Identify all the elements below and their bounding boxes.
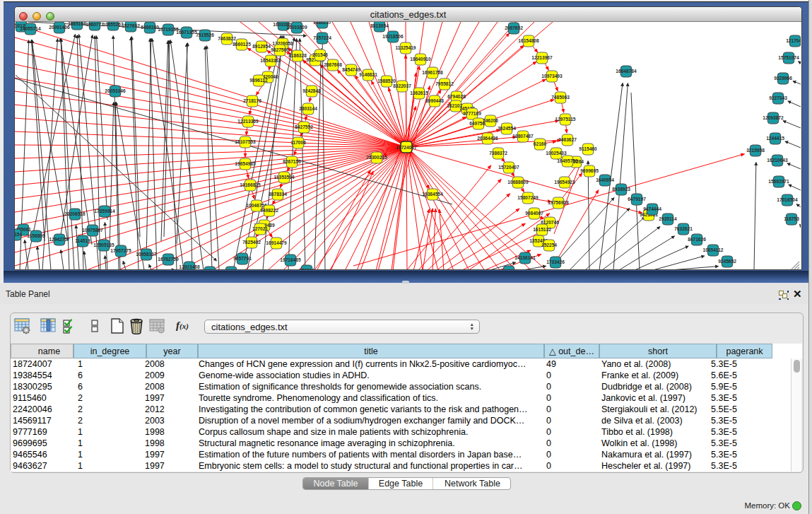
svg-text:8186328: 8186328 [288, 53, 307, 58]
svg-text:16782759: 16782759 [158, 257, 179, 262]
svg-text:12505135: 12505135 [93, 243, 114, 247]
svg-text:8471626: 8471626 [688, 237, 706, 242]
svg-text:7485063: 7485063 [551, 95, 570, 100]
svg-text:8454749: 8454749 [342, 67, 360, 72]
svg-text:16495759: 16495759 [557, 158, 578, 163]
svg-text:19218506: 19218506 [382, 34, 404, 39]
svg-text:18640910: 18640910 [410, 57, 431, 62]
svg-text:9827500: 9827500 [271, 47, 289, 52]
svg-text:19654923: 19654923 [554, 180, 575, 185]
svg-text:16648784: 16648784 [616, 69, 637, 74]
svg-text:7955812: 7955812 [435, 81, 454, 86]
svg-text:117006: 117006 [290, 140, 306, 145]
svg-text:20206516: 20206516 [64, 211, 86, 216]
svg-text:9463627: 9463627 [558, 137, 577, 142]
svg-text:1865166: 1865166 [68, 22, 86, 26]
svg-text:9657791: 9657791 [233, 256, 252, 261]
svg-text:12942757: 12942757 [49, 237, 70, 242]
svg-text:17016504: 17016504 [777, 197, 798, 202]
svg-text:19716485: 19716485 [280, 257, 301, 262]
svg-text:8322037: 8322037 [393, 83, 411, 88]
svg-text:6479197: 6479197 [628, 197, 646, 201]
svg-text:83321: 83321 [502, 269, 516, 269]
svg-text:1960771: 1960771 [86, 22, 104, 27]
svg-text:7515526: 7515526 [196, 33, 214, 37]
svg-text:7463822: 7463822 [218, 36, 236, 41]
svg-text:7386372: 7386372 [489, 151, 507, 156]
svg-text:746206: 746206 [483, 118, 498, 123]
svg-text:201546: 201546 [312, 52, 328, 57]
svg-text:19384554: 19384554 [422, 192, 443, 197]
svg-text:7625402: 7625402 [242, 240, 261, 245]
svg-text:2867608: 2867608 [324, 62, 342, 67]
svg-text:9699695: 9699695 [580, 168, 599, 173]
svg-text:10973493: 10973493 [541, 74, 563, 78]
svg-text:15807249: 15807249 [517, 195, 539, 200]
svg-text:1615132: 1615132 [533, 227, 551, 232]
svg-text:8878334: 8878334 [269, 192, 287, 197]
svg-text:19654985: 19654985 [235, 161, 256, 166]
svg-text:1156809: 1156809 [27, 233, 45, 238]
svg-text:127021: 127021 [252, 226, 268, 231]
svg-text:20091406: 20091406 [49, 25, 70, 30]
svg-text:19756928: 19756928 [548, 200, 569, 205]
svg-text:1733426: 1733426 [546, 259, 565, 264]
svg-text:18724007: 18724007 [396, 145, 417, 150]
svg-text:252254: 252254 [541, 243, 557, 247]
svg-text:9498222: 9498222 [260, 208, 278, 213]
svg-text:1640954: 1640954 [596, 177, 614, 182]
svg-text:6794028: 6794028 [447, 94, 466, 99]
svg-text:9084067: 9084067 [525, 211, 543, 216]
svg-text:16033809: 16033809 [286, 25, 307, 30]
svg-text:6466160: 6466160 [141, 25, 159, 30]
svg-text:8912954: 8912954 [252, 44, 271, 49]
svg-text:16961758: 16961758 [422, 70, 443, 75]
svg-text:12093872: 12093872 [763, 115, 784, 120]
svg-text:2803144: 2803144 [299, 106, 317, 111]
svg-text:19166825: 19166825 [240, 182, 261, 187]
svg-text:3215958: 3215958 [746, 148, 765, 153]
svg-text:12213967: 12213967 [531, 55, 553, 60]
svg-text:15720407: 15720407 [498, 165, 519, 170]
svg-text:1217045: 1217045 [786, 38, 801, 43]
svg-text:9115460: 9115460 [579, 146, 597, 151]
svg-text:2935114: 2935114 [659, 216, 677, 221]
svg-text:672011: 672011 [299, 268, 314, 269]
svg-text:62160: 62160 [534, 141, 547, 146]
svg-text:114519: 114519 [75, 238, 90, 243]
svg-text:10975867: 10975867 [82, 228, 103, 233]
svg-text:20364436: 20364436 [477, 136, 498, 141]
svg-text:16914479: 16914479 [266, 240, 287, 245]
svg-text:9146821: 9146821 [359, 72, 377, 77]
svg-text:8813054: 8813054 [370, 23, 389, 28]
svg-text:9245652: 9245652 [718, 259, 736, 264]
svg-text:10958107: 10958107 [136, 252, 157, 257]
svg-text:2087652: 2087652 [505, 25, 523, 30]
svg-text:16543362: 16543362 [260, 58, 281, 63]
svg-text:7357224: 7357224 [313, 35, 331, 40]
svg-text:12213369: 12213369 [237, 119, 259, 124]
svg-text:17957275: 17957275 [110, 248, 131, 253]
svg-text:16671355: 16671355 [176, 30, 197, 35]
svg-text:9474444: 9474444 [643, 206, 661, 211]
svg-text:8938923: 8938923 [612, 187, 630, 192]
svg-text:14055714: 14055714 [20, 26, 41, 31]
svg-text:9242848: 9242848 [302, 88, 321, 93]
svg-text:16210643: 16210643 [767, 158, 788, 163]
svg-text:11353594: 11353594 [274, 175, 295, 180]
svg-text:8427552: 8427552 [295, 124, 313, 129]
svg-text:9227343: 9227343 [769, 95, 787, 100]
svg-text:1244415: 1244415 [766, 136, 784, 141]
svg-text:10688609: 10688609 [507, 180, 529, 185]
svg-text:17359914: 17359914 [94, 209, 115, 214]
svg-text:1588520: 1588520 [377, 78, 396, 83]
svg-text:7632621: 7632621 [674, 226, 693, 231]
svg-text:20053346: 20053346 [105, 88, 126, 93]
svg-text:8990448: 8990448 [425, 98, 444, 103]
svg-text:16154808: 16154808 [518, 38, 539, 43]
svg-text:116753: 116753 [784, 216, 799, 221]
svg-text:9896112: 9896112 [249, 78, 268, 83]
svg-text:12923468: 12923468 [179, 264, 200, 269]
svg-text:8660125: 8660125 [233, 42, 251, 47]
svg-text:2718176: 2718176 [243, 98, 261, 103]
